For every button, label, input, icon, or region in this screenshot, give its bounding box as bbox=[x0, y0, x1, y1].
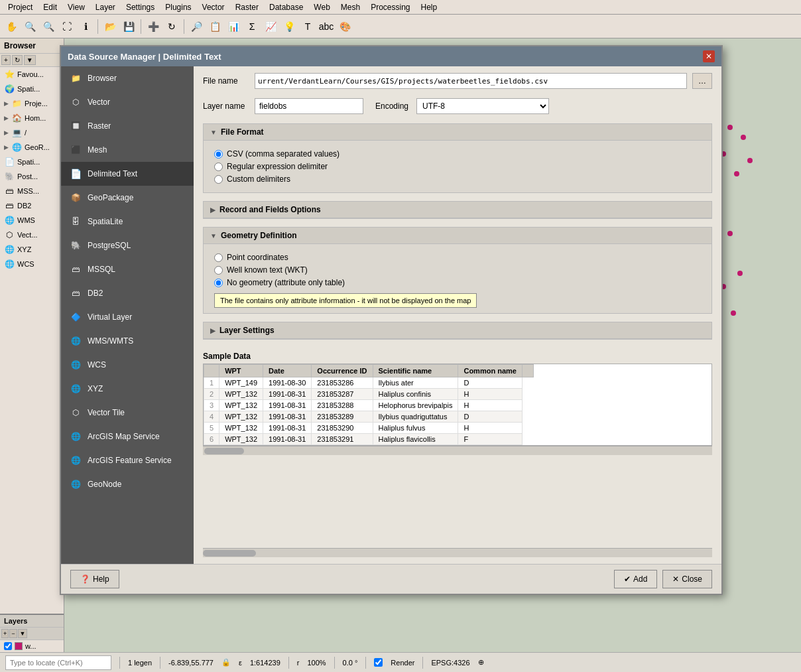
hscroll-thumb[interactable] bbox=[204, 448, 244, 454]
menu-web[interactable]: Web bbox=[308, 1, 335, 13]
zoom-in-btn[interactable]: 🔍 bbox=[21, 18, 38, 35]
sidebar-item-virtual-layer[interactable]: 🔷 Virtual Layer bbox=[61, 305, 194, 329]
sidebar-item-delimited-text[interactable]: 📄 Delimited Text bbox=[61, 162, 194, 186]
file-name-row: File name … bbox=[203, 73, 712, 89]
sidebar-item-browser[interactable]: 📁 Browser bbox=[61, 66, 194, 90]
sidebar-item-mesh[interactable]: ⬛ Mesh bbox=[61, 138, 194, 162]
menu-database[interactable]: Database bbox=[264, 1, 308, 13]
csv-label: CSV (comma separated values) bbox=[227, 149, 339, 159]
menu-vector[interactable]: Vector bbox=[197, 1, 230, 13]
layer-remove-btn[interactable]: − bbox=[9, 629, 17, 638]
sidebar-item-spatialite[interactable]: 🗄 SpatiaLite bbox=[61, 210, 194, 234]
sidebar-item-postgresql[interactable]: 🐘 PostgreSQL bbox=[61, 234, 194, 257]
menu-edit[interactable]: Edit bbox=[38, 1, 62, 13]
menu-project[interactable]: Project bbox=[3, 1, 38, 13]
sidebar-item-geopackage[interactable]: 📦 GeoPackage bbox=[61, 186, 194, 210]
save-btn[interactable]: 💾 bbox=[120, 18, 137, 35]
identify-btn[interactable]: ℹ bbox=[77, 18, 94, 35]
pan-tool-btn[interactable]: ✋ bbox=[3, 18, 20, 35]
attributes-btn[interactable]: 📋 bbox=[206, 18, 223, 35]
point-radio[interactable] bbox=[214, 253, 223, 262]
open-project-btn[interactable]: 📂 bbox=[101, 18, 119, 35]
add-button[interactable]: ✔ Add bbox=[614, 570, 657, 588]
refresh-btn[interactable]: ↻ bbox=[163, 18, 180, 35]
sidebar-item-mssql[interactable]: 🗃 MSSQL bbox=[61, 257, 194, 281]
browser-tree-item-postgresql[interactable]: 🐘Post... bbox=[0, 169, 64, 184]
color-btn[interactable]: 🎨 bbox=[336, 18, 353, 35]
menu-layer[interactable]: Layer bbox=[90, 1, 121, 13]
sidebar-item-arcgis-feature[interactable]: 🌐 ArcGIS Feature Service bbox=[61, 448, 194, 472]
sidebar-item-wms[interactable]: 🌐 WMS/WMTS bbox=[61, 329, 194, 353]
tips-btn[interactable]: 💡 bbox=[280, 18, 298, 35]
browse-button[interactable]: … bbox=[692, 73, 712, 89]
browser-tree-item-root[interactable]: ▶💻/ bbox=[0, 125, 64, 140]
csv-radio[interactable] bbox=[214, 150, 223, 159]
browser-tree-item-favorites[interactable]: ⭐Favou... bbox=[0, 67, 64, 82]
layer-item[interactable]: w... bbox=[0, 640, 64, 652]
menu-help[interactable]: Help bbox=[416, 1, 443, 13]
browser-tree-item-wcs[interactable]: 🌐WCS bbox=[0, 257, 64, 271]
layer-filter-btn[interactable]: ▼ bbox=[18, 629, 28, 638]
label-btn[interactable]: abc bbox=[318, 18, 335, 35]
browser-tree-item-spatialite[interactable]: 📄Spati... bbox=[0, 155, 64, 169]
menu-view[interactable]: View bbox=[62, 1, 90, 13]
encoding-label: Encoding bbox=[375, 101, 408, 111]
close-button[interactable]: ✕ Close bbox=[662, 570, 712, 588]
geometry-section-header[interactable]: ▼ Geometry Definition bbox=[204, 228, 711, 244]
browser-tree-item-vector[interactable]: ⬡Vect... bbox=[0, 228, 64, 242]
locate-input[interactable] bbox=[5, 655, 111, 670]
text-btn[interactable]: T bbox=[299, 18, 316, 35]
sidebar-item-arcgis-map[interactable]: 🌐 ArcGIS Map Service bbox=[61, 425, 194, 448]
menu-plugins[interactable]: Plugins bbox=[160, 1, 196, 13]
sidebar-item-raster[interactable]: 🔲 Raster bbox=[61, 114, 194, 138]
sum-btn[interactable]: Σ bbox=[243, 18, 261, 35]
stats-btn[interactable]: 📊 bbox=[225, 18, 242, 35]
search-btn[interactable]: 🔎 bbox=[188, 18, 205, 35]
browser-filter-btn[interactable]: ▼ bbox=[24, 55, 36, 65]
sidebar-item-vector-tile[interactable]: ⬡ Vector Tile bbox=[61, 401, 194, 425]
sidebar-item-db2[interactable]: 🗃 DB2 bbox=[61, 281, 194, 305]
menu-processing[interactable]: Processing bbox=[365, 1, 415, 13]
menu-mesh[interactable]: Mesh bbox=[336, 1, 365, 13]
sidebar-item-vector[interactable]: ⬡ Vector bbox=[61, 90, 194, 114]
sidebar-item-xyz[interactable]: 🌐 XYZ bbox=[61, 377, 194, 401]
sidebar-item-geonode[interactable]: 🌐 GeoNode bbox=[61, 472, 194, 496]
layer-visibility-checkbox[interactable] bbox=[4, 642, 12, 650]
regex-radio[interactable] bbox=[214, 163, 223, 171]
browser-tree-item-mssql[interactable]: 🗃MSS... bbox=[0, 184, 64, 198]
file-name-input[interactable] bbox=[255, 73, 687, 89]
browser-tree-item-db2[interactable]: 🗃DB2 bbox=[0, 198, 64, 213]
dialog-hscrollbar[interactable] bbox=[203, 548, 712, 557]
no-geom-radio[interactable] bbox=[214, 279, 223, 287]
dialog-close-btn[interactable]: ✕ bbox=[703, 50, 715, 62]
file-format-section-header[interactable]: ▼ File Format bbox=[204, 124, 711, 141]
zoom-full-btn[interactable]: ⛶ bbox=[58, 18, 76, 35]
wkt-radio[interactable] bbox=[214, 266, 223, 275]
browser-tree-item-wms[interactable]: 🌐WMS bbox=[0, 213, 64, 228]
chart-btn[interactable]: 📈 bbox=[262, 18, 279, 35]
menu-settings[interactable]: Settings bbox=[121, 1, 160, 13]
menu-raster[interactable]: Raster bbox=[230, 1, 264, 13]
render-checkbox[interactable] bbox=[374, 658, 383, 667]
table-hscrollbar[interactable] bbox=[203, 446, 712, 455]
custom-radio[interactable] bbox=[214, 175, 223, 184]
zoom-out-btn[interactable]: 🔍 bbox=[40, 18, 57, 35]
help-button[interactable]: ❓ Help bbox=[70, 570, 119, 588]
browser-tree-item-project[interactable]: ▶📁Proje... bbox=[0, 96, 64, 111]
dialog-hscroll-thumb[interactable] bbox=[203, 550, 256, 557]
browser-tree-item-home[interactable]: ▶🏠Hom... bbox=[0, 111, 64, 125]
browser-tree-item-spatial[interactable]: 🌍Spati... bbox=[0, 82, 64, 96]
data-table-wrapper[interactable]: WPT Date Occurrence ID Scientific name C… bbox=[203, 364, 712, 446]
browser-refresh-btn[interactable]: ↻ bbox=[12, 55, 23, 65]
encoding-select[interactable]: UTF-8 UTF-16 ISO-8859-1 Windows-1252 bbox=[416, 98, 549, 114]
browser-tree-item-xyz[interactable]: 🌐XYZ bbox=[0, 242, 64, 257]
browser-add-btn[interactable]: + bbox=[1, 55, 11, 65]
layer-add-btn[interactable]: + bbox=[1, 629, 9, 638]
map-dot bbox=[727, 231, 733, 236]
layer-name-input[interactable] bbox=[255, 98, 363, 114]
sidebar-item-wcs[interactable]: 🌐 WCS bbox=[61, 353, 194, 377]
record-fields-header[interactable]: ▶ Record and Fields Options bbox=[204, 202, 711, 218]
layer-settings-header[interactable]: ▶ Layer Settings bbox=[204, 322, 711, 339]
browser-tree-item-georpackage[interactable]: ▶🌐GeoR... bbox=[0, 140, 64, 155]
add-layer-btn[interactable]: ➕ bbox=[145, 18, 162, 35]
